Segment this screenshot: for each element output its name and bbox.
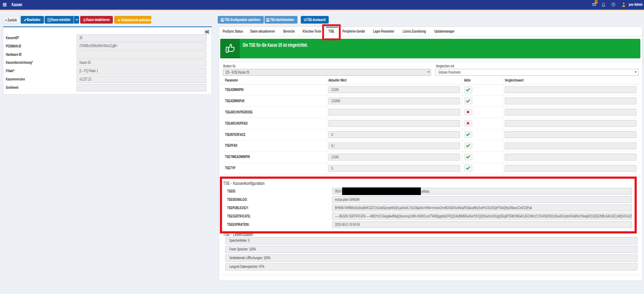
svg-text:?: ? bbox=[613, 3, 614, 6]
